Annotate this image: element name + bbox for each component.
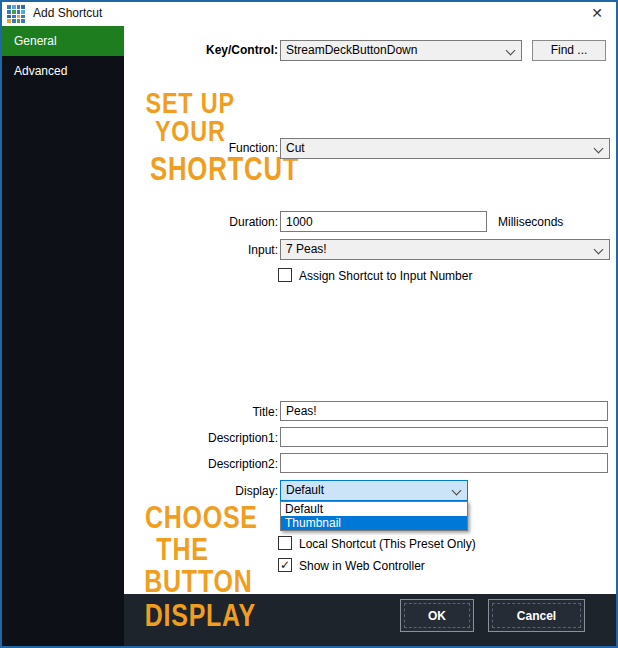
close-icon[interactable]: ✕ [582,2,612,24]
display-label: Display: [152,484,278,498]
description1-input[interactable] [280,427,608,447]
chevron-down-icon [594,144,604,154]
display-option-default[interactable]: Default [281,502,467,516]
footer-bar: OK Cancel [124,594,616,646]
assign-shortcut-checkbox[interactable] [278,268,292,282]
local-shortcut-checkbox[interactable] [278,536,292,550]
cancel-button[interactable]: Cancel [488,599,585,632]
add-shortcut-dialog: Add Shortcut ✕ General Advanced Key/Cont… [0,0,618,648]
duration-input[interactable] [280,211,487,232]
input-label: Input: [152,243,278,257]
duration-label: Duration: [152,215,278,229]
web-controller-label: Show in Web Controller [299,559,425,573]
find-button[interactable]: Find ... [532,40,606,61]
window-title: Add Shortcut [33,6,102,20]
key-control-select[interactable]: StreamDeckButtonDown [280,40,522,61]
description2-input[interactable] [280,453,608,473]
input-value: 7 Peas! [286,242,327,256]
sidebar-item-advanced[interactable]: Advanced [2,56,124,86]
function-select[interactable]: Cut [280,138,610,159]
milliseconds-label: Milliseconds [498,215,563,229]
title-input[interactable] [280,401,608,421]
local-shortcut-label: Local Shortcut (This Preset Only) [299,537,476,551]
key-control-label: Key/Control: [152,43,278,57]
app-icon [7,5,25,23]
sidebar: General Advanced [2,26,124,646]
titlebar: Add Shortcut ✕ [2,2,616,26]
function-value: Cut [286,141,305,155]
title-label: Title: [152,405,278,419]
display-dropdown: Default Thumbnail [280,501,468,531]
chevron-down-icon [452,486,462,496]
description2-label: Description2: [152,457,278,471]
sidebar-item-general[interactable]: General [2,26,124,56]
display-option-thumbnail[interactable]: Thumbnail [281,516,467,530]
chevron-down-icon [594,245,604,255]
ok-button[interactable]: OK [400,599,474,632]
description1-label: Description1: [152,431,278,445]
check-icon: ✓ [280,558,290,572]
chevron-down-icon [506,46,516,56]
assign-shortcut-label: Assign Shortcut to Input Number [299,269,472,283]
display-select[interactable]: Default [280,480,468,501]
function-label: Function: [152,141,278,155]
key-control-value: StreamDeckButtonDown [286,43,417,57]
web-controller-checkbox[interactable]: ✓ [278,558,292,572]
input-select[interactable]: 7 Peas! [280,239,610,260]
display-value: Default [286,483,324,497]
